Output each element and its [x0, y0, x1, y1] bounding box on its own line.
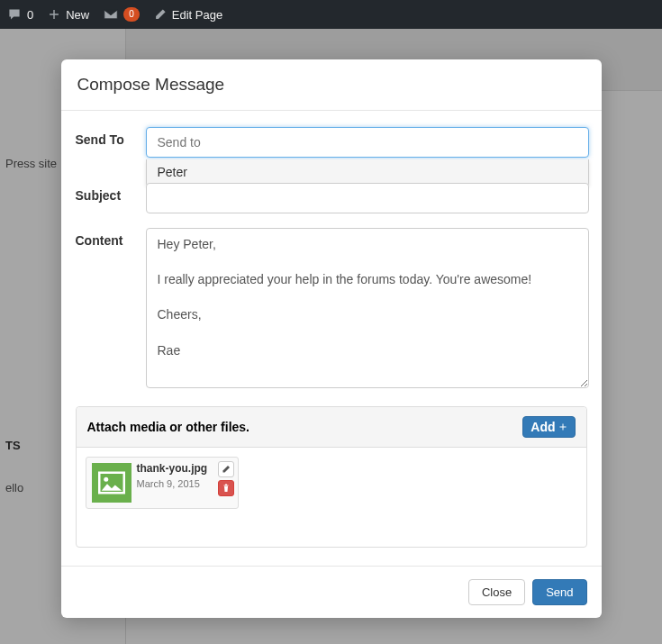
attachments-body: thank-you.jpg March 9, 2015 [77, 448, 586, 547]
adminbar-mail[interactable]: 0 [104, 7, 140, 22]
pencil-icon [154, 8, 167, 21]
image-icon [98, 471, 125, 494]
pencil-icon [222, 465, 231, 474]
modal-title: Compose Message [61, 59, 602, 111]
close-button[interactable]: Close [468, 579, 525, 605]
attachments-title: Attach media or other files. [87, 420, 249, 434]
modal-body: Send To Peter Subject Content [61, 111, 602, 551]
row-send-to: Send To Peter [74, 127, 589, 158]
modal-footer: Close Send [61, 566, 602, 618]
add-attachment-button[interactable]: Add [522, 416, 575, 438]
plus-icon [48, 8, 60, 21]
adminbar-new[interactable]: New [48, 8, 89, 22]
svg-point-1 [104, 477, 108, 482]
attachment-filename: thank-you.jpg [137, 463, 208, 476]
edit-page-label: Edit Page [172, 8, 222, 22]
comments-count: 0 [27, 8, 33, 22]
trash-icon [222, 484, 231, 493]
label-send-to: Send To [74, 127, 146, 147]
label-content: Content [74, 228, 146, 248]
compose-modal: Compose Message Send To Peter Subject [61, 59, 602, 618]
comment-icon [7, 7, 22, 22]
subject-input[interactable] [146, 183, 589, 213]
adminbar-edit[interactable]: Edit Page [154, 8, 222, 22]
attachment-date: March 9, 2015 [137, 478, 208, 489]
edit-attachment-button[interactable] [218, 461, 234, 477]
label-subject: Subject [74, 183, 146, 203]
attachments-panel: Attach media or other files. Add [76, 406, 587, 548]
mail-icon [104, 9, 118, 20]
row-content: Content [74, 228, 589, 392]
content-textarea[interactable] [146, 228, 589, 388]
adminbar-comments[interactable]: 0 [7, 7, 33, 22]
new-label: New [66, 8, 89, 22]
send-button[interactable]: Send [532, 579, 586, 605]
mail-badge: 0 [123, 7, 140, 22]
modal-overlay[interactable]: Compose Message Send To Peter Subject [0, 29, 662, 644]
plus-icon [558, 422, 567, 431]
add-label: Add [531, 420, 555, 434]
attachment-thumbnail [92, 463, 131, 503]
delete-attachment-button[interactable] [218, 480, 234, 496]
autocomplete-option[interactable]: Peter [147, 159, 588, 186]
row-subject: Subject [74, 183, 589, 213]
attachments-header: Attach media or other files. Add [77, 407, 586, 448]
attachment-info: thank-you.jpg March 9, 2015 [131, 463, 208, 503]
send-to-input[interactable] [146, 127, 589, 158]
attachment-card: thank-you.jpg March 9, 2015 [86, 457, 239, 509]
admin-bar: 0 New 0 Edit Page [0, 0, 662, 29]
